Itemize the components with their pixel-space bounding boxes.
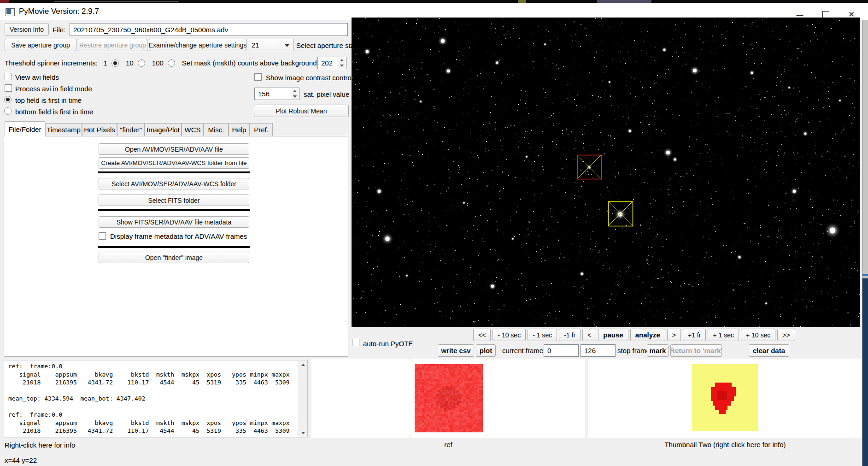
process-avi-field-mode-checkbox[interactable]	[5, 84, 12, 92]
back-1sec-button[interactable]: - 1 sec	[528, 329, 557, 341]
pause-button[interactable]: pause	[598, 329, 628, 341]
threshold-opt-1-radio[interactable]	[111, 59, 119, 67]
sat-pixel-spinner[interactable]: 156	[254, 88, 299, 100]
spinner-arrows[interactable]	[291, 88, 299, 99]
top-field-first-radio[interactable]	[4, 96, 12, 103]
jump-fwd-button[interactable]: >>	[777, 329, 795, 341]
tab-help[interactable]: Help	[229, 123, 250, 136]
maximize-icon	[822, 11, 829, 18]
arrow-up-icon	[293, 90, 297, 92]
display-frame-metadata-label: Display frame metadata for ADV/AAV frame…	[110, 232, 247, 240]
window-title: PyMovie Version: 2.9.7	[19, 7, 99, 16]
info-console[interactable]: ref: frame:0.0 signal appsum bkavg bkstd…	[4, 360, 308, 437]
thumbnail-two-image[interactable]	[692, 364, 758, 431]
jump-back-button[interactable]: <<	[473, 329, 491, 341]
write-csv-button[interactable]: write csv	[438, 344, 474, 357]
current-frame-input[interactable]: 0	[544, 344, 579, 357]
examine-aperture-settings-button[interactable]: Examine/change aperture settings	[149, 39, 246, 51]
plot-button[interactable]: plot	[476, 344, 496, 357]
bottom-field-first-radio[interactable]	[4, 107, 12, 115]
fwd-1sec-button[interactable]: + 1 sec	[708, 329, 739, 341]
threshold-opt-1-label: 1	[104, 59, 107, 67]
arrow-down-icon	[340, 65, 344, 67]
view-avi-fields-label: View avi fields	[15, 73, 59, 81]
analyze-button[interactable]: analyze	[630, 329, 665, 341]
fwd-10sec-button[interactable]: + 10 sec	[741, 329, 775, 341]
right-desktop-strip	[862, 20, 868, 466]
show-metadata-button[interactable]: Show FITS/SER/ADV/AAV file metadata	[99, 216, 249, 228]
cursor-coords-label: x=44 y=22	[5, 456, 37, 464]
plot-robust-mean-button[interactable]: Plot Robust Mean	[254, 105, 349, 117]
aperture-size-dropdown[interactable]: 21	[248, 39, 293, 51]
tab-finder[interactable]: "finder"	[117, 123, 145, 136]
filename-input[interactable]: 20210705_230750_960x600_G24dB_0500ms.adv	[70, 23, 348, 36]
separator	[98, 171, 250, 173]
pymovie-window: PyMovie Version: 2.9.7 — ✕ Version Info …	[0, 0, 868, 466]
separator	[98, 209, 250, 211]
ref-thumbnail-image[interactable]	[409, 359, 487, 437]
current-frame-label: current frame	[502, 347, 543, 354]
console-text: ref: frame:0.0 signal appsum bkavg bkstd…	[4, 360, 307, 435]
mask-threshold-spinner[interactable]: 202	[317, 57, 346, 69]
step-forward-button[interactable]: >	[667, 329, 681, 341]
clear-data-button[interactable]: clear data	[749, 344, 789, 357]
top-field-first-label: top field is first in time	[15, 96, 82, 104]
fwd-1frame-button[interactable]: +1 fr	[683, 329, 706, 341]
save-aperture-group-button[interactable]: Save aperture group	[5, 39, 76, 51]
select-aperture-size-label: Select aperture size	[296, 41, 358, 49]
tab-timestamp[interactable]: Timestamp	[45, 123, 82, 136]
scroll-up-icon[interactable]	[301, 364, 305, 366]
open-file-button[interactable]: Open AVI/MOV/SER/ADV/AAV file	[99, 143, 249, 155]
threshold-opt-100-radio[interactable]	[168, 59, 175, 67]
chevron-down-icon	[285, 44, 289, 47]
return-to-mark-button[interactable]: Return to 'mark'	[670, 344, 722, 357]
aperture-size-value: 21	[252, 41, 259, 49]
auto-run-pyote-checkbox[interactable]	[352, 339, 359, 346]
starfield-image[interactable]	[352, 18, 860, 327]
restore-aperture-group-button[interactable]: Restore aperture group	[78, 39, 147, 51]
sat-pixel-value: 156	[258, 90, 270, 98]
tab-file-folder[interactable]: File/Folder	[5, 121, 45, 136]
file-folder-pane: Open AVI/MOV/SER/ADV/AAV file Create AVI…	[4, 136, 348, 357]
arrow-up-icon	[340, 59, 344, 61]
version-info-button[interactable]: Version Info	[5, 23, 49, 35]
back-1frame-button[interactable]: -1 fr	[559, 329, 581, 341]
tab-wcs[interactable]: WCS	[182, 123, 204, 136]
mark-button[interactable]: mark	[647, 344, 669, 357]
show-contrast-label: Show image contrast control	[266, 74, 353, 82]
display-frame-metadata-checkbox[interactable]	[99, 232, 106, 240]
back-10sec-button[interactable]: - 10 sec	[493, 329, 526, 341]
select-wcs-folder-button[interactable]: Select AVI/MOV/SER/ADV/AAV-WCS folder	[99, 178, 249, 189]
process-avi-field-mode-label: Process avi in field mode	[15, 85, 92, 93]
scroll-down-icon[interactable]	[301, 432, 305, 434]
threshold-opt-10-radio[interactable]	[138, 59, 145, 67]
open-finder-image-button[interactable]: Open "finder" image	[99, 252, 249, 263]
tab-pref[interactable]: Pref.	[250, 123, 273, 136]
playback-controls: << - 10 sec - 1 sec -1 fr < pause analyz…	[473, 329, 795, 341]
strip-accent	[862, 274, 868, 276]
show-contrast-checkbox[interactable]	[254, 73, 262, 81]
strip-fragment	[54, 1, 179, 2]
tab-misc[interactable]: Misc.	[204, 123, 229, 136]
spinner-arrows[interactable]	[338, 58, 346, 68]
select-fits-folder-button[interactable]: Select FITS folder	[99, 195, 249, 206]
threshold-opt-10-label: 10	[126, 59, 134, 67]
console-scrollbar[interactable]	[299, 361, 307, 437]
view-avi-fields-checkbox[interactable]	[5, 73, 12, 80]
mask-threshold-value: 202	[321, 59, 333, 67]
tab-image-plot[interactable]: Image/Plot	[145, 123, 182, 136]
stop-frame-input[interactable]: 126	[581, 344, 616, 357]
separator	[98, 246, 250, 248]
app-icon-pane	[6, 9, 11, 14]
ref-thumbnail-label: ref	[311, 441, 585, 448]
arrow-down-icon	[293, 95, 297, 98]
strip-navy	[862, 278, 868, 466]
stop-frame-label: stop frame	[617, 347, 650, 354]
sat-pixel-label: sat. pixel value	[304, 90, 349, 98]
step-back-button[interactable]: <	[582, 329, 596, 341]
threshold-opt-100-label: 100	[152, 59, 164, 67]
app-icon	[6, 8, 15, 16]
threshold-row: Threshold spinner increments: 1 10 100 S…	[5, 57, 342, 69]
tab-hot-pixels[interactable]: Hot Pixels	[82, 123, 117, 136]
create-wcs-folder-button[interactable]: Create AVI/MOV/SER/ADV/AAV-WCS folder fr…	[99, 157, 249, 169]
